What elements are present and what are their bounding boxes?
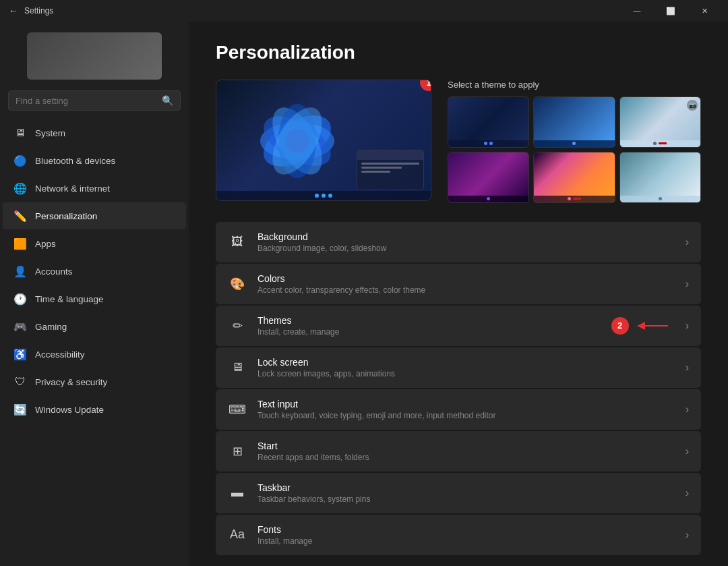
- settings-desc-themes: Install, create, manage: [257, 327, 601, 337]
- nav-label-gaming: Gaming: [35, 322, 67, 332]
- settings-desc-taskbar: Taskbar behaviors, system pins: [257, 494, 675, 504]
- search-container[interactable]: 🔍: [8, 90, 181, 111]
- theme-taskbar: [216, 191, 431, 200]
- nav-label-accounts: Accounts: [35, 266, 73, 277]
- sidebar-item-gaming[interactable]: 🎮 Gaming: [3, 313, 186, 340]
- settings-icon-taskbar: ▬: [228, 484, 247, 503]
- sidebar-item-privacy[interactable]: 🛡 Privacy & security: [3, 368, 186, 395]
- settings-chevron-textinput: ›: [686, 403, 689, 416]
- settings-text-background: Background Background image, color, slid…: [257, 231, 675, 253]
- main-layout: 🔍 🖥 System 🔵 Bluetooth & devices 🌐 Netwo…: [0, 22, 728, 566]
- settings-desc-fonts: Install, manage: [257, 536, 675, 546]
- settings-text-themes: Themes Install, create, manage: [257, 315, 601, 337]
- back-button[interactable]: ←: [8, 5, 19, 16]
- sidebar-item-bluetooth[interactable]: 🔵 Bluetooth & devices: [3, 147, 186, 174]
- nav-icon-bluetooth: 🔵: [13, 154, 27, 167]
- sidebar-item-time[interactable]: 🕐 Time & language: [3, 285, 186, 312]
- nav-icon-time: 🕐: [13, 292, 27, 306]
- sidebar-item-accounts[interactable]: 👤 Accounts: [3, 258, 186, 285]
- settings-chevron-fonts: ›: [686, 529, 689, 541]
- theme-thumb-3[interactable]: 📷: [619, 96, 701, 148]
- settings-item-start[interactable]: ⊞ Start Recent apps and items, folders ›: [216, 431, 701, 472]
- window-controls: — ⬜ ✕: [621, 0, 720, 22]
- nav-icon-personalization: ✏️: [13, 209, 27, 223]
- nav-icon-apps: 🟧: [13, 237, 27, 250]
- themes-annotation: 2: [611, 317, 675, 335]
- theme-thumb-2[interactable]: [533, 96, 615, 148]
- sidebar: 🔍 🖥 System 🔵 Bluetooth & devices 🌐 Netwo…: [0, 22, 189, 566]
- app-title: Settings: [24, 6, 53, 16]
- arrow-2: [634, 319, 675, 333]
- current-theme-preview: 1: [216, 80, 431, 201]
- page-title: Personalization: [216, 42, 701, 63]
- settings-title-themes: Themes: [257, 315, 601, 326]
- svg-point-6: [285, 129, 309, 153]
- content-area: Personalization: [189, 22, 728, 566]
- settings-chevron-start: ›: [686, 445, 689, 457]
- nav-label-apps: Apps: [35, 239, 56, 249]
- badge-1: 1: [420, 80, 431, 91]
- settings-text-taskbar: Taskbar Taskbar behaviors, system pins: [257, 482, 675, 504]
- settings-item-textinput[interactable]: ⌨ Text input Touch keyboard, voice typin…: [216, 389, 701, 430]
- sidebar-item-network[interactable]: 🌐 Network & internet: [3, 175, 186, 202]
- settings-item-lockscreen[interactable]: 🖥 Lock screen Lock screen images, apps, …: [216, 347, 701, 388]
- theme-thumb-6[interactable]: [619, 152, 701, 203]
- settings-desc-textinput: Touch keyboard, voice typing, emoji and …: [257, 411, 675, 420]
- sidebar-item-system[interactable]: 🖥 System: [3, 119, 186, 146]
- settings-icon-background: 🖼: [228, 233, 247, 252]
- settings-item-themes[interactable]: ✏ Themes Install, create, manage 2 ›: [216, 306, 701, 346]
- settings-desc-colors: Accent color, transparency effects, colo…: [257, 285, 675, 295]
- nav-icon-system: 🖥: [13, 126, 27, 140]
- settings-title-background: Background: [257, 231, 675, 242]
- restore-button[interactable]: ⬜: [655, 0, 686, 22]
- settings-text-fonts: Fonts Install, manage: [257, 524, 675, 546]
- sidebar-item-personalization[interactable]: ✏️ Personalization: [3, 202, 186, 229]
- nav-icon-accounts: 👤: [13, 264, 27, 278]
- sidebar-item-accessibility[interactable]: ♿ Accessibility: [3, 341, 186, 368]
- settings-text-colors: Colors Accent color, transparency effect…: [257, 273, 675, 295]
- nav-label-accessibility: Accessibility: [35, 349, 85, 360]
- sidebar-item-apps[interactable]: 🟧 Apps: [3, 230, 186, 257]
- search-input[interactable]: [16, 96, 162, 106]
- nav-label-time: Time & language: [35, 294, 104, 304]
- settings-title-fonts: Fonts: [257, 524, 675, 535]
- nav-icon-network: 🌐: [13, 181, 27, 195]
- titlebar-left: ← Settings: [8, 5, 53, 16]
- badge-2: 2: [611, 317, 629, 335]
- theme-thumb-1[interactable]: [448, 96, 529, 148]
- nav-label-privacy: Privacy & security: [35, 377, 107, 387]
- nav-label-personalization: Personalization: [35, 211, 97, 221]
- avatar: [27, 32, 162, 80]
- settings-title-taskbar: Taskbar: [257, 482, 675, 493]
- theme-thumb-4[interactable]: [448, 152, 529, 203]
- settings-item-fonts[interactable]: Aa Fonts Install, manage ›: [216, 515, 701, 555]
- sidebar-item-update[interactable]: 🔄 Windows Update: [3, 396, 186, 423]
- minimize-button[interactable]: —: [621, 0, 653, 22]
- nav-icon-accessibility: ♿: [13, 347, 27, 361]
- settings-item-taskbar[interactable]: ▬ Taskbar Taskbar behaviors, system pins…: [216, 473, 701, 513]
- nav-icon-gaming: 🎮: [13, 320, 27, 333]
- settings-icon-themes: ✏: [228, 316, 247, 335]
- settings-icon-lockscreen: 🖥: [228, 358, 247, 377]
- settings-item-background[interactable]: 🖼 Background Background image, color, sl…: [216, 222, 701, 262]
- theme-thumb-5[interactable]: [533, 152, 615, 203]
- settings-icon-start: ⊞: [228, 442, 247, 461]
- nav-list: 🖥 System 🔵 Bluetooth & devices 🌐 Network…: [0, 119, 189, 424]
- settings-chevron-themes: ›: [686, 320, 689, 332]
- nav-icon-update: 🔄: [13, 403, 27, 416]
- theme-section-label: Select a theme to apply: [448, 80, 701, 90]
- close-button[interactable]: ✕: [689, 0, 720, 22]
- settings-text-lockscreen: Lock screen Lock screen images, apps, an…: [257, 357, 675, 378]
- nav-label-system: System: [35, 128, 65, 138]
- settings-desc-lockscreen: Lock screen images, apps, animations: [257, 369, 675, 378]
- settings-text-start: Start Recent apps and items, folders: [257, 441, 675, 462]
- nav-label-update: Windows Update: [35, 405, 104, 415]
- settings-item-colors[interactable]: 🎨 Colors Accent color, transparency effe…: [216, 264, 701, 304]
- nav-icon-privacy: 🛡: [13, 375, 27, 389]
- settings-title-colors: Colors: [257, 273, 675, 284]
- titlebar: ← Settings — ⬜ ✕: [0, 0, 728, 22]
- settings-icon-textinput: ⌨: [228, 400, 247, 419]
- search-icon: 🔍: [162, 95, 173, 106]
- settings-title-textinput: Text input: [257, 399, 675, 409]
- settings-icon-colors: 🎨: [228, 275, 247, 293]
